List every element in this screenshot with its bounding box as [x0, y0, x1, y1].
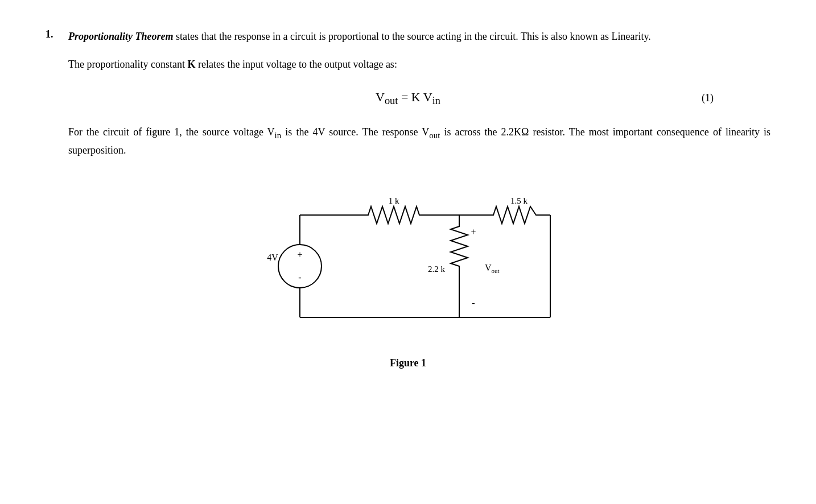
svg-text:-: - — [472, 298, 475, 308]
svg-text:1.5 k: 1.5 k — [510, 196, 528, 205]
item-number: 1. — [46, 28, 63, 45]
theorem-title: Proportionality Theorem — [68, 31, 174, 42]
svg-text:1 k: 1 k — [389, 196, 399, 205]
vout-sub: out — [385, 95, 398, 106]
item-intro-text: Proportionality Theorem states that the … — [68, 28, 651, 45]
circuit-diagram: + - 4V 1 k 1.5 k — [249, 170, 567, 352]
circuit-container: + - 4V 1 k 1.5 k — [46, 170, 770, 352]
item-header: 1. Proportionality Theorem states that t… — [46, 28, 770, 45]
svg-text:4V: 4V — [267, 253, 278, 262]
figure-caption: Figure 1 — [46, 357, 770, 369]
paragraph-circuit-desc: For the circuit of figure 1, the source … — [68, 124, 770, 158]
svg-text:2.2 k: 2.2 k — [428, 265, 446, 274]
equation-number: (1) — [702, 92, 714, 104]
vin-sub: in — [432, 95, 440, 106]
svg-text:Vout: Vout — [485, 263, 500, 274]
equation: Vout = K Vin — [376, 90, 440, 107]
equation-block: Vout = K Vin (1) — [46, 90, 770, 107]
svg-text:+: + — [471, 227, 476, 237]
content-area: 1. Proportionality Theorem states that t… — [46, 28, 770, 369]
svg-text:-: - — [298, 272, 301, 282]
svg-text:+: + — [297, 250, 302, 259]
paragraph-proportionality: The proportionality constant K relates t… — [68, 56, 770, 73]
